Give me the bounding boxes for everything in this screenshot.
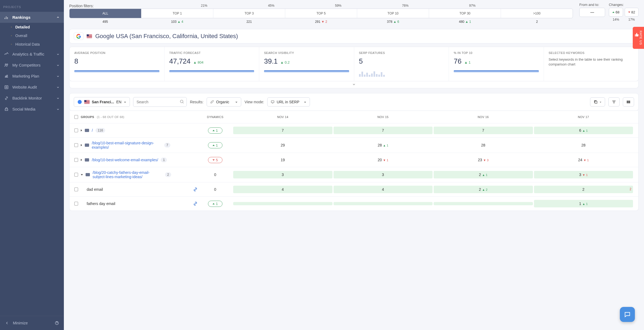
caret-up-icon	[612, 12, 614, 13]
image-icon	[85, 158, 89, 162]
nav-social[interactable]: Social Media	[0, 104, 64, 115]
search-input[interactable]	[133, 97, 187, 107]
nav-rankings[interactable]: Rankings	[0, 12, 64, 23]
row-keyword: dad email	[87, 187, 103, 192]
chat-icon	[624, 311, 631, 318]
social-icon	[4, 107, 9, 111]
chevron-down-icon	[56, 108, 60, 111]
row-checkbox[interactable]	[74, 173, 78, 177]
row-checkbox[interactable]	[74, 129, 78, 132]
row-count: 2	[165, 172, 171, 177]
filter-tab-top30[interactable]: TOP 30	[429, 9, 501, 18]
dynamics-pill: 1	[208, 127, 222, 134]
copy-icon	[594, 100, 598, 104]
chevron-down-icon	[235, 101, 238, 103]
svg-rect-7	[271, 101, 274, 103]
link-icon[interactable]	[193, 201, 198, 206]
svg-point-5	[78, 100, 82, 104]
filter-tab-100[interactable]: >100	[501, 9, 573, 18]
rate-us-tab[interactable]: RATE US	[633, 27, 644, 49]
nav-competitors[interactable]: My Competitors	[0, 60, 64, 71]
date-cell: 7	[334, 127, 433, 134]
date-cell: 3	[233, 171, 332, 178]
chevron-down-icon	[56, 64, 60, 67]
changes-up[interactable]: 68	[609, 8, 623, 17]
audit-icon	[4, 85, 9, 89]
expand-icon[interactable]	[81, 159, 82, 161]
minimize-icon[interactable]	[5, 321, 9, 325]
rankings-table: GROUPS (1 - 68 OUT OF 68) DYNAMICS NOV 1…	[69, 111, 639, 211]
metric-card: TRAFFIC FORECAST47,724▲ 804	[164, 47, 259, 81]
leaf-icon	[210, 100, 214, 104]
row-url[interactable]: /	[92, 128, 93, 133]
columns-button[interactable]	[623, 97, 634, 107]
changes-down[interactable]: 82	[625, 8, 639, 17]
from-to-input[interactable]: —	[579, 8, 605, 17]
row-checkbox[interactable]	[74, 143, 78, 147]
nav-audit[interactable]: Website Audit	[0, 82, 64, 93]
columns-icon	[626, 100, 631, 104]
row-checkbox[interactable]	[74, 158, 78, 162]
nav-analytics[interactable]: Analytics & Traffic	[0, 49, 64, 60]
date-cell: 7	[233, 127, 332, 134]
chevron-down-icon	[56, 97, 60, 100]
rankings-sub: Detailed Overall Historical Data	[0, 23, 64, 49]
nav-backlink[interactable]: Backlink Monitor	[0, 93, 64, 104]
table-header: GROUPS (1 - 68 OUT OF 68) DYNAMICS NOV 1…	[69, 111, 638, 123]
search-input-wrap	[133, 97, 187, 107]
help-icon[interactable]	[55, 321, 59, 325]
chat-button[interactable]	[620, 307, 635, 322]
minimize-label[interactable]: Minimize	[13, 321, 28, 325]
chevron-down-icon	[124, 101, 126, 103]
results-select[interactable]: Organic	[207, 97, 241, 107]
expand-metrics[interactable]	[69, 81, 639, 88]
row-count: 116	[96, 128, 105, 133]
changes: Changes: 68 82 14% 17%	[609, 3, 639, 21]
date-cell: 1▲ 1	[534, 200, 633, 207]
date-cell: 3	[334, 171, 433, 178]
sub-detailed[interactable]: Detailed	[11, 23, 64, 31]
google-icon	[76, 34, 81, 39]
chevron-down-icon	[56, 75, 60, 78]
thumb-icon	[634, 32, 639, 37]
chevron-down-icon	[599, 101, 602, 103]
locale-selector[interactable]: San Franci... EN	[74, 97, 130, 107]
svg-point-1	[7, 64, 8, 65]
date-cell: 28	[434, 141, 533, 149]
image-icon	[85, 144, 89, 147]
date-cell: 20▼ 1	[334, 156, 433, 164]
select-all-checkbox[interactable]	[74, 115, 78, 119]
filter-button[interactable]	[608, 97, 620, 107]
sub-historical[interactable]: Historical Data	[11, 40, 64, 49]
chevron-down-icon	[56, 86, 60, 89]
image-icon	[86, 173, 90, 176]
svg-rect-8	[595, 101, 597, 103]
date-cell: 28▲ 1	[334, 141, 433, 149]
chevron-down-icon	[304, 101, 306, 103]
row-url[interactable]: /blog/10-best-email-signature-design-exa…	[92, 141, 162, 149]
link-icon[interactable]	[193, 187, 198, 192]
date-cell	[233, 202, 332, 205]
chevron-down-icon	[352, 82, 356, 86]
row-url[interactable]: /blog/10-best-welcome-email-examples/	[92, 158, 158, 162]
row-checkbox[interactable]	[74, 202, 78, 206]
view-mode-select[interactable]: URL in SERP	[267, 97, 310, 107]
filter-tab-all[interactable]: ALL	[69, 9, 141, 18]
filter-tab-top5[interactable]: TOP 5	[285, 9, 357, 18]
marketing-icon	[4, 74, 9, 78]
collapse-icon[interactable]	[81, 174, 83, 175]
nav-marketing[interactable]: Marketing Plan	[0, 71, 64, 82]
row-keyword: fathers day email	[87, 201, 115, 206]
row-checkbox[interactable]	[74, 188, 78, 191]
row-url[interactable]: /blog/20-catchy-fathers-day-email-subjec…	[93, 170, 162, 179]
sub-overall[interactable]: Overall	[11, 31, 64, 40]
filter-tab-top3[interactable]: TOP 3	[213, 9, 285, 18]
filter-tab-top10[interactable]: TOP 10	[357, 9, 429, 18]
svg-point-0	[5, 64, 6, 65]
copy-button[interactable]	[590, 97, 605, 107]
expand-icon[interactable]	[81, 144, 82, 146]
rankings-icon	[4, 15, 9, 20]
filter-tab-top1[interactable]: TOP 1	[141, 9, 213, 18]
expand-icon[interactable]	[81, 129, 82, 131]
date-cell: 3▼ 1	[534, 171, 633, 178]
